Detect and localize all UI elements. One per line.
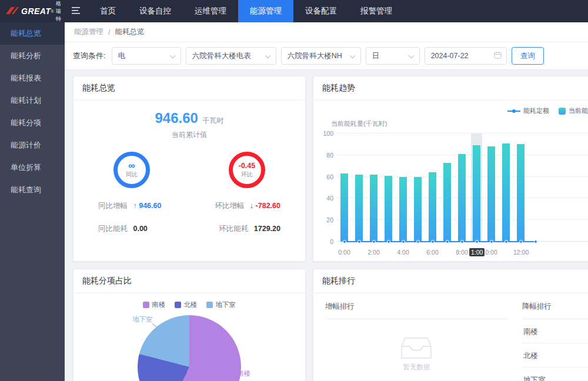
trend-bar-slot[interactable] <box>352 133 366 242</box>
mom-growth: 环比增幅 ↓ -782.60 <box>215 201 280 211</box>
rank-item[interactable]: 南楼 <box>522 319 588 343</box>
pie-legend-item[interactable]: 北楼 <box>175 300 197 309</box>
rank-item[interactable]: 北楼 <box>522 343 588 367</box>
brand-registered-mark: ® <box>51 9 54 14</box>
trend-bar-slot[interactable] <box>425 133 440 242</box>
yoy-ring-label: 同比 <box>126 171 138 179</box>
trend-bar-slot[interactable] <box>513 133 528 242</box>
sidebar-item[interactable]: 能耗查询 <box>0 179 65 201</box>
breadcrumb-parent[interactable]: 能源管理 <box>74 27 103 37</box>
total-energy-value: 946.60 <box>155 110 198 126</box>
legend-item-current[interactable]: 当前能耗 <box>559 106 588 115</box>
sidebar-item[interactable]: 能耗分项 <box>0 112 65 134</box>
query-button[interactable]: 查询 <box>512 47 544 65</box>
trend-bar-slot[interactable] <box>381 133 396 242</box>
topbar: GREAT ® 格瑞特 首页设备自控运维管理能源管理设备配置报警管理 <box>0 0 588 22</box>
yoy-growth-value: 946.60 <box>139 202 161 210</box>
total-energy-caption: 当前累计值 <box>74 130 305 140</box>
sidebar-item[interactable]: 单位折算 <box>0 156 65 179</box>
yoy-energy: 同比能耗 0.00 <box>98 224 148 234</box>
line-series-icon <box>507 109 520 113</box>
rank-card-title: 能耗排行 <box>313 269 588 293</box>
energy-ranking-card: 能耗排行 增幅排行 暂无数据 降幅排行 南楼北楼地下室 <box>313 269 588 381</box>
breadcrumb-separator: / <box>108 28 110 36</box>
sidebar-item[interactable]: 能耗总览 <box>0 22 65 45</box>
filter-label: 查询条件: <box>73 51 106 61</box>
pie-legend-item[interactable]: 南楼 <box>143 300 165 309</box>
mom-energy-label: 环比能耗 <box>219 225 248 233</box>
menu-item[interactable]: 运维管理 <box>183 0 238 22</box>
trend-card-title: 能耗趋势 <box>313 76 588 101</box>
filter-select[interactable]: 日 <box>366 47 420 65</box>
trend-y-axis-title: 当前能耗量(千瓦时) <box>331 119 387 128</box>
mom-energy: 环比能耗 1729.20 <box>219 224 280 234</box>
trend-bar-slot[interactable] <box>528 133 543 242</box>
hamburger-icon <box>72 7 81 16</box>
sidebar-item[interactable]: 能源计价 <box>0 134 65 156</box>
menu-item[interactable]: 首页 <box>88 0 128 22</box>
bar-series-icon <box>559 108 566 115</box>
trend-x-axis: 0:002:004:006:008:001:000:0012:00 <box>337 249 543 256</box>
yoy-ring: ∞ 同比 <box>113 152 150 188</box>
pie-legend: 南楼北楼地下室 <box>74 300 305 309</box>
brand-logo-icon <box>5 6 20 17</box>
mom-ring-label: 环比 <box>241 171 253 179</box>
decrease-rank-column: 降幅排行 南楼北楼地下室 <box>522 302 588 381</box>
menu-item[interactable]: 报警管理 <box>349 0 404 22</box>
mom-growth-value: -782.60 <box>256 202 280 210</box>
arrow-up-icon: ↑ <box>133 202 136 210</box>
arrow-down-icon: ↓ <box>250 202 253 210</box>
legend-item-quota[interactable]: 能耗定额 <box>507 106 549 115</box>
date-picker[interactable]: 2024-07-22 <box>425 47 507 65</box>
sidebar: 能耗总览能耗分析能耗报表能耗计划能耗分项能源计价单位折算能耗查询 <box>0 22 65 381</box>
menu-item[interactable]: 设备自控 <box>128 0 183 22</box>
brand-logo: GREAT ® 格瑞特 <box>0 0 65 22</box>
trend-bar-slot[interactable] <box>396 133 410 242</box>
filter-select[interactable]: 六院骨科大楼电表 <box>186 47 276 65</box>
breadcrumb: 能源管理 / 能耗总览 <box>65 22 588 42</box>
trend-bar-slot[interactable] <box>499 133 513 242</box>
menu-item[interactable]: 设备配置 <box>293 0 349 22</box>
empty-box-icon <box>325 337 508 359</box>
pie-callout-south: 南楼 <box>237 369 250 378</box>
sidebar-item[interactable]: 能耗报表 <box>0 67 65 89</box>
pie-legend-item[interactable]: 地下室 <box>206 300 236 309</box>
rank-item[interactable]: 地下室 <box>522 367 588 381</box>
filter-select[interactable]: 六院骨科大楼NH <box>281 47 361 65</box>
sidebar-item[interactable]: 能耗分析 <box>0 45 65 67</box>
trend-bar-slot[interactable] <box>440 133 455 242</box>
legend-quota-label: 能耗定额 <box>523 106 549 115</box>
brand-name-cn: 格瑞特 <box>56 0 65 23</box>
overview-card-title: 能耗总览 <box>74 76 305 101</box>
trend-bar-slot[interactable] <box>484 133 499 242</box>
breadcrumb-current: 能耗总览 <box>115 27 144 37</box>
mom-ring: -0.45 环比 <box>229 152 265 188</box>
yoy-energy-label: 同比能耗 <box>98 225 128 233</box>
yoy-growth-label: 同比增幅 <box>98 202 128 210</box>
main-content: 能源管理 / 能耗总览 查询条件: 电六院骨科大楼电表六院骨科大楼NH日 202… <box>65 22 588 381</box>
mom-energy-value: 1729.20 <box>254 225 280 233</box>
trend-legend: 能耗定额 当前能耗 <box>507 106 588 115</box>
mom-ring-value: -0.45 <box>239 162 256 170</box>
filter-bar: 查询条件: 电六院骨科大楼电表六院骨科大楼NH日 2024-07-22 查询 <box>65 42 588 70</box>
filter-selects: 电六院骨科大楼电表六院骨科大楼NH日 <box>112 47 420 65</box>
dashboard-cards: 能耗总览 946.60 千瓦时 当前累计值 ∞ 同比 -0.45 环比 <box>65 70 588 381</box>
filter-select[interactable]: 电 <box>112 47 181 65</box>
date-value: 2024-07-22 <box>431 52 469 60</box>
trend-plot: 020406080100 <box>337 133 588 242</box>
yoy-growth: 同比增幅 ↑ 946.60 <box>98 201 161 211</box>
trend-chart: 能耗定额 当前能耗 当前能耗量(千瓦时) 020406080100 0:002:… <box>313 101 588 262</box>
menu-item[interactable]: 能源管理 <box>238 0 293 22</box>
increase-rank-header: 增幅排行 <box>325 302 508 319</box>
total-energy-unit: 千瓦时 <box>203 116 224 125</box>
empty-state: 暂无数据 <box>325 337 508 372</box>
trend-bar-slot[interactable] <box>366 133 381 242</box>
sidebar-item[interactable]: 能耗计划 <box>0 89 65 112</box>
pie-card-title: 能耗分项占比 <box>74 269 305 293</box>
sidebar-collapse-button[interactable] <box>65 0 88 22</box>
trend-bar-slot[interactable] <box>337 133 352 242</box>
top-menu: 首页设备自控运维管理能源管理设备配置报警管理 <box>88 0 404 22</box>
trend-bar-slot[interactable] <box>455 133 469 242</box>
trend-bar-slot[interactable] <box>410 133 425 242</box>
trend-bar-slot[interactable] <box>469 133 484 242</box>
